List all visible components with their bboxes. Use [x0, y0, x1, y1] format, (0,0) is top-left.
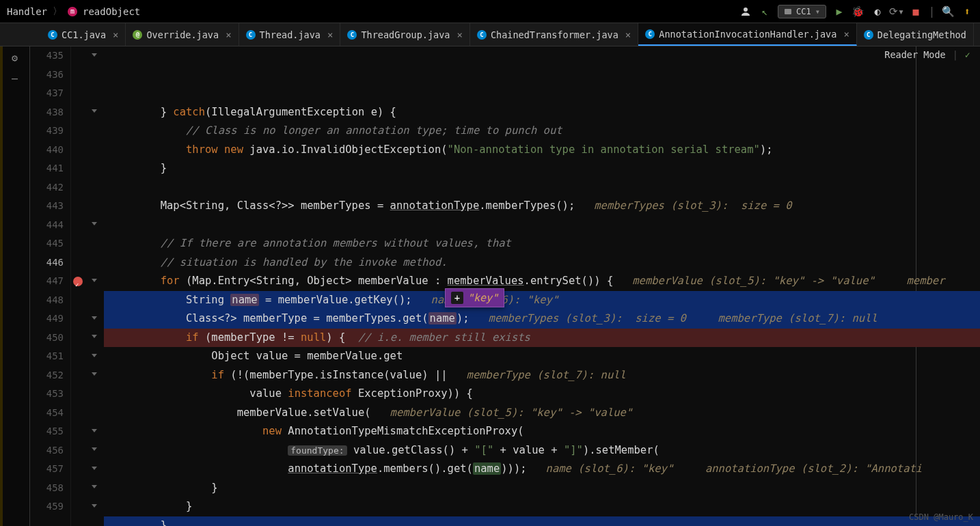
breakpoint-slot[interactable]	[71, 272, 85, 291]
breakpoint-slot[interactable]	[71, 178, 85, 197]
breakpoint-slot[interactable]	[71, 122, 85, 141]
fold-marker[interactable]	[85, 309, 104, 329]
fold-marker[interactable]	[85, 404, 104, 423]
run-config-selector[interactable]: CC1 ▾	[778, 5, 826, 18]
code-line[interactable]	[104, 178, 980, 197]
code-line[interactable]: }	[104, 516, 980, 527]
fold-marker[interactable]	[85, 329, 104, 348]
code-line[interactable]: Object value = memberValue.get	[104, 347, 980, 366]
code-line[interactable]: }	[104, 497, 980, 516]
tab-cc1-java[interactable]: CCC1.java×	[41, 23, 126, 46]
reader-mode-toggle[interactable]: Reader Mode | ✓	[884, 49, 970, 60]
sync-icon[interactable]: ⬆	[961, 5, 973, 18]
fold-marker[interactable]	[85, 216, 104, 235]
code-line[interactable]: Class<?> memberType = memberTypes.get(na…	[104, 309, 980, 329]
debug-icon[interactable]: 🐞	[852, 5, 865, 18]
tab-threadgroup-java[interactable]: CThreadGroup.java×	[340, 23, 469, 46]
tab-annotationinvocationhandler-java[interactable]: CAnnotationInvocationHandler.java×	[638, 23, 857, 46]
close-icon[interactable]: ×	[457, 29, 462, 40]
code-line[interactable]: value instanceof ExceptionProxy)) {	[104, 385, 980, 404]
fold-marker[interactable]	[85, 122, 104, 141]
close-icon[interactable]: ×	[113, 29, 118, 40]
breadcrumb-method[interactable]: readObject	[83, 6, 140, 17]
fold-marker[interactable]	[85, 479, 104, 498]
breakpoint-slot[interactable]	[71, 159, 85, 178]
close-icon[interactable]: ×	[625, 29, 631, 40]
breakpoint-slot[interactable]	[71, 441, 85, 460]
fold-marker[interactable]	[85, 197, 104, 216]
code-line[interactable]: for (Map.Entry<String, Object> memberVal…	[104, 272, 980, 291]
search-icon[interactable]: 🔍	[942, 5, 954, 18]
breakpoint-gutter[interactable]	[71, 46, 85, 526]
fold-marker[interactable]	[85, 422, 104, 441]
code-line[interactable]: new AnnotationTypeMismatchExceptionProxy…	[104, 422, 980, 441]
breakpoint-slot[interactable]	[71, 479, 85, 498]
code-line[interactable]: if (!(memberType.isInstance(value) || me…	[104, 366, 980, 385]
fold-marker[interactable]	[85, 103, 104, 122]
code-line[interactable]: }	[104, 159, 980, 178]
fold-marker[interactable]	[85, 441, 104, 460]
code-line[interactable]: String name = memberValue.getKey(); name…	[104, 291, 980, 310]
fold-marker[interactable]	[85, 385, 104, 404]
breakpoint-slot[interactable]	[71, 460, 85, 479]
fold-gutter[interactable]	[85, 46, 104, 526]
users-icon[interactable]	[739, 5, 752, 18]
breakpoint-slot[interactable]	[71, 84, 85, 103]
breadcrumb[interactable]: Handler 〉 m readObject	[7, 5, 140, 18]
fold-marker[interactable]	[85, 141, 104, 160]
tab-thread-java[interactable]: CThread.java×	[239, 23, 341, 46]
coverage-icon[interactable]: ◐	[871, 5, 884, 18]
check-icon[interactable]: ✓	[965, 49, 970, 60]
run-icon[interactable]: ▶	[833, 5, 845, 18]
code-line[interactable]: memberValue.setValue( memberValue (slot_…	[104, 404, 980, 423]
fold-marker[interactable]	[85, 46, 104, 66]
breakpoint-slot[interactable]	[71, 46, 85, 66]
fold-marker[interactable]	[85, 272, 104, 291]
debug-tooltip[interactable]: + "key"	[445, 288, 504, 307]
fold-marker[interactable]	[85, 366, 104, 385]
breakpoint-slot[interactable]	[71, 197, 85, 216]
breakpoint-slot[interactable]	[71, 103, 85, 122]
editor[interactable]: 4354364374384394404414424434444454464474…	[30, 46, 980, 526]
breakpoint-slot[interactable]	[71, 253, 85, 273]
breakpoint-slot[interactable]	[71, 216, 85, 235]
fold-marker[interactable]	[85, 253, 104, 273]
minimize-icon[interactable]: —	[9, 72, 21, 85]
code-line[interactable]: Map<String, Class<?>> memberTypes = anno…	[104, 197, 980, 216]
close-icon[interactable]: ×	[843, 29, 849, 40]
code-line[interactable]: // Class is no longer an annotation type…	[104, 122, 980, 141]
breakpoint-slot[interactable]	[71, 309, 85, 329]
breakpoint-slot[interactable]	[71, 497, 85, 516]
code-line[interactable]: } catch(IllegalArgumentException e) {	[104, 103, 980, 122]
code-line[interactable]: // If there are annotation members witho…	[104, 234, 980, 253]
expand-icon[interactable]: +	[451, 292, 463, 304]
fold-marker[interactable]	[85, 291, 104, 310]
breakpoint-slot[interactable]	[71, 385, 85, 404]
fold-marker[interactable]	[85, 234, 104, 253]
fold-marker[interactable]	[85, 66, 104, 85]
breakpoint-slot[interactable]	[71, 66, 85, 85]
breakpoint-slot[interactable]	[71, 347, 85, 366]
code-line[interactable]: if (memberType != null) { // i.e. member…	[104, 329, 980, 348]
code-line[interactable]	[104, 216, 980, 235]
close-icon[interactable]: ×	[226, 29, 231, 40]
code-line[interactable]: // situation is handled by the invoke me…	[104, 253, 980, 273]
fold-marker[interactable]	[85, 460, 104, 479]
code-line[interactable]: foundType: value.getClass() + "[" + valu…	[104, 441, 980, 460]
fold-marker[interactable]	[85, 497, 104, 516]
code-line[interactable]: }	[104, 479, 980, 498]
tab-delegatingmethod[interactable]: CDelegatingMethod	[857, 23, 974, 46]
breakpoint-slot[interactable]	[71, 234, 85, 253]
code-line[interactable]: annotationType.members().get(name))); na…	[104, 460, 980, 479]
fold-marker[interactable]	[85, 84, 104, 103]
close-icon[interactable]: ×	[327, 29, 333, 40]
stop-icon[interactable]: ■	[910, 5, 922, 18]
fold-marker[interactable]	[85, 178, 104, 197]
settings-icon[interactable]: ⚙	[9, 52, 21, 64]
build-icon[interactable]: ↖	[759, 5, 771, 18]
breakpoint-slot[interactable]	[71, 422, 85, 441]
breadcrumb-handler[interactable]: Handler	[7, 6, 47, 17]
profile-icon[interactable]: ⟳▾	[890, 5, 903, 18]
fold-marker[interactable]	[85, 347, 104, 366]
breakpoint-slot[interactable]	[71, 329, 85, 348]
